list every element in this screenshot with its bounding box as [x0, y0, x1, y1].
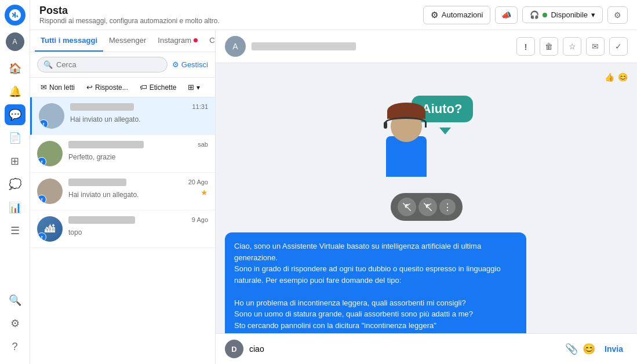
headset-arc — [385, 117, 427, 128]
sender-name — [68, 141, 144, 148]
notification-button[interactable]: 📣 — [495, 6, 518, 24]
bubble-tail — [439, 128, 451, 134]
gestisci-button[interactable]: ⚙ Gestisci — [172, 60, 208, 69]
tab-fb-comments-label: Commenti di Facebook — [209, 36, 215, 45]
labels-label: Etichette — [150, 83, 177, 92]
more-filter-icon: ⊞ — [188, 83, 194, 92]
search-input[interactable] — [56, 60, 161, 69]
attachment-icon[interactable]: 📎 — [565, 343, 578, 355]
message-time: 20 Ago — [188, 179, 208, 185]
chat-contact-avatar: A — [225, 36, 246, 57]
facebook-badge: f — [37, 232, 46, 242]
automation-label: Automazioni — [442, 10, 483, 19]
info-button[interactable]: ! — [516, 37, 535, 56]
list-item[interactable]: f Hai inviato un allegato. 20 Ago ★ — [30, 173, 215, 210]
emoji-picker-icon[interactable]: 😊 — [583, 343, 595, 355]
tab-fb-comments[interactable]: Commenti di Facebook — [203, 30, 215, 52]
nav-menu-icon[interactable]: ☰ — [5, 220, 26, 241]
tab-messenger-label: Messenger — [109, 36, 146, 45]
delete-button[interactable]: 🗑 — [540, 37, 558, 56]
message-time: 9 Ago — [192, 216, 208, 223]
nav-search-icon[interactable]: 🔍 — [5, 290, 26, 311]
person-hair — [387, 103, 425, 119]
filter-down-icon: ▾ — [196, 83, 200, 92]
unread-label: Non letti — [49, 83, 75, 92]
nav-help-icon[interactable]: ? — [5, 336, 26, 357]
chat-input-area: D 📎 😊 Invia — [216, 333, 637, 364]
message-preview: Hai inviato un allegato. — [68, 191, 183, 199]
bot-message-text: Ciao, sono un Assistente Virtuale basato… — [234, 242, 509, 333]
nav-comment-icon[interactable]: 💭 — [5, 174, 26, 195]
gestisci-label: Gestisci — [181, 60, 208, 69]
emoji-icon[interactable]: 😊 — [618, 72, 628, 82]
tab-all-messages[interactable]: Tutti i messaggi — [35, 30, 103, 52]
mute-button[interactable] — [398, 198, 416, 216]
input-action-buttons: 📎 😊 Invia — [565, 342, 628, 356]
reply-icon: ↩ — [86, 83, 93, 92]
top-bar-actions: ⚙ Automazioni 📣 🎧 Disponibile ▾ ⚙ — [423, 6, 628, 24]
tab-instagram[interactable]: Instagram — [152, 30, 203, 52]
filter-unread[interactable]: ✉ Non letti — [37, 81, 78, 93]
star-icon: ☆ — [569, 42, 576, 51]
message-content: Perfetto, grazie — [68, 141, 192, 161]
floating-controls: ⋮ — [225, 193, 628, 221]
message-preview: Hai inviato un allegato. — [70, 115, 186, 123]
inbox-panel: Tutti i messaggi Messenger Instagram Com… — [30, 30, 216, 364]
message-input[interactable] — [249, 344, 559, 354]
trash-icon: 🗑 — [545, 42, 553, 51]
thumbs-up-icon[interactable]: 👍 — [605, 72, 614, 82]
tab-all-label: Tutti i messaggi — [41, 36, 97, 45]
nav-chart-icon[interactable]: 📊 — [5, 197, 26, 218]
chat-contact-name — [252, 42, 356, 50]
list-item[interactable]: f Hai inviato un allegato. 11:31 — [30, 97, 215, 135]
message-content: Hai inviato un allegato. — [68, 179, 183, 199]
top-bar: Posta Rispondi ai messaggi, configura au… — [30, 0, 637, 30]
avatar: f — [39, 103, 64, 129]
nav-inbox-icon[interactable]: 💬 — [5, 104, 26, 125]
star-button[interactable]: ☆ — [563, 37, 581, 56]
tab-instagram-label: Instagram — [158, 36, 191, 45]
unread-icon: ✉ — [41, 83, 47, 92]
message-preview: topo — [68, 228, 186, 236]
list-item[interactable]: 🏙 f topo 9 Ago — [30, 210, 215, 248]
chat-action-buttons: ! 🗑 ☆ ✉ ✓ — [516, 37, 628, 56]
avatar: f — [37, 179, 63, 204]
done-button[interactable]: ✓ — [609, 37, 628, 56]
nav-pages-icon[interactable]: 📄 — [5, 128, 26, 148]
filter-replies[interactable]: ↩ Risposte... — [83, 81, 132, 93]
email-icon: ✉ — [592, 42, 599, 51]
filter-more[interactable]: ⊞ ▾ — [184, 81, 203, 93]
info-icon: ! — [525, 42, 527, 52]
instagram-notification-dot — [194, 38, 198, 42]
filter-labels[interactable]: 🏷 Etichette — [136, 81, 180, 93]
page-title: Posta — [39, 5, 220, 17]
nav-bell-icon[interactable]: 🔔 — [5, 81, 26, 102]
search-bar: 🔍 ⚙ Gestisci — [30, 52, 215, 78]
nav-home-icon[interactable]: 🏠 — [5, 58, 26, 79]
more-options-button[interactable]: ⋮ — [439, 199, 456, 215]
app-logo[interactable] — [5, 5, 26, 26]
search-icon: 🔍 — [43, 60, 53, 69]
message-reactions: 👍 😊 — [225, 72, 628, 82]
automation-button[interactable]: ⚙ Automazioni — [423, 6, 491, 24]
available-button[interactable]: 🎧 Disponibile ▾ — [522, 6, 603, 23]
sender-name — [68, 216, 135, 224]
settings-button[interactable]: ⚙ — [607, 6, 628, 24]
main-area: Posta Rispondi ai messaggi, configura au… — [30, 0, 637, 364]
input-user-avatar: D — [225, 340, 243, 358]
nav-settings-icon[interactable]: ⚙ — [5, 313, 26, 334]
checkmark-icon: ✓ — [615, 42, 622, 51]
nav-grid-icon[interactable]: ⊞ — [5, 151, 26, 172]
help-illustration: Aiuto? — [225, 96, 628, 177]
list-item[interactable]: f Perfetto, grazie sab — [30, 135, 215, 173]
facebook-badge: f — [37, 195, 46, 204]
email-button[interactable]: ✉ — [586, 37, 605, 56]
gear-icon: ⚙ — [614, 10, 621, 20]
star-icon: ★ — [201, 188, 208, 197]
headset-left — [384, 122, 387, 129]
volume-button[interactable] — [418, 198, 437, 216]
send-button[interactable]: Invia — [600, 342, 628, 356]
tab-messenger[interactable]: Messenger — [103, 30, 152, 52]
message-list: f Hai inviato un allegato. 11:31 f — [30, 97, 215, 364]
user-avatar[interactable]: A — [6, 32, 24, 51]
